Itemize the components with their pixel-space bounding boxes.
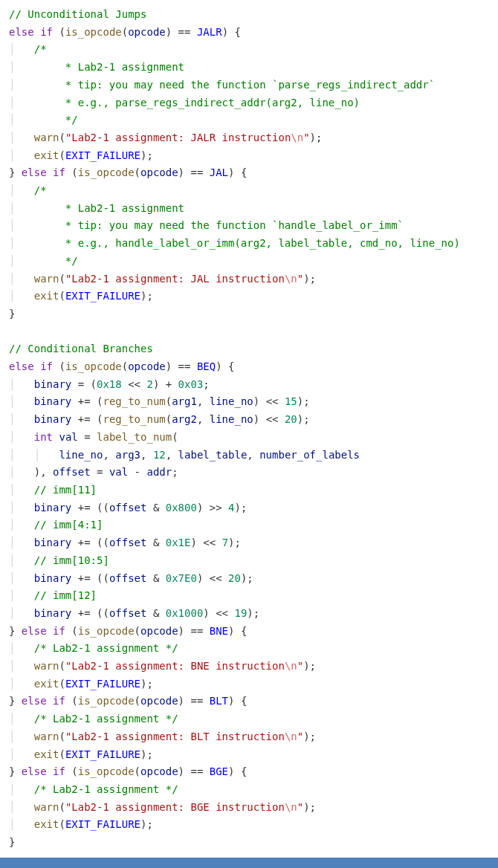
num: 2 — [146, 378, 152, 390]
string: " — [297, 731, 303, 742]
fn-exit: exit — [34, 149, 59, 161]
fn-reg: reg_to_num — [103, 413, 165, 425]
comment: /* — [34, 43, 47, 55]
kw-if: if — [40, 26, 53, 38]
kw-else: else — [22, 765, 47, 777]
footer-bar — [0, 858, 498, 868]
fn-exit: exit — [34, 748, 59, 760]
fn-label-to-num: label_to_num — [97, 431, 172, 443]
const-exit-failure: EXIT_FAILURE — [65, 818, 140, 830]
string: "Lab2-1 assignment: JALR instruction — [65, 132, 291, 143]
string: " — [297, 273, 303, 285]
id-line-no: line_no — [59, 449, 103, 461]
comment: * e.g., handle_label_or_imm(arg2, label_… — [34, 237, 460, 249]
const-bge: BGE — [210, 765, 228, 777]
const-exit-failure: EXIT_FAILURE — [65, 748, 140, 760]
fn-warn: warn — [34, 273, 59, 285]
id-binary: binary — [34, 413, 72, 425]
string: " — [297, 660, 303, 672]
kw-else: else — [22, 695, 47, 707]
string: " — [297, 801, 303, 813]
escape: \n — [285, 660, 297, 672]
const-exit-failure: EXIT_FAILURE — [65, 149, 140, 161]
escape: \n — [285, 801, 297, 813]
id-opcode: opcode — [140, 695, 178, 707]
id-binary: binary — [34, 378, 72, 390]
comment: * e.g., parse_regs_indirect_addr(arg2, l… — [34, 97, 360, 108]
id-offset: offset — [109, 502, 147, 514]
comment: /* — [34, 184, 47, 196]
kw-if: if — [53, 166, 65, 178]
id-binary: binary — [34, 537, 72, 548]
num: 0x1E — [166, 537, 191, 548]
id-addr: addr — [146, 466, 172, 478]
num: 0x1000 — [166, 607, 204, 619]
fn-reg: reg_to_num — [103, 395, 165, 407]
id-val: val — [109, 466, 128, 478]
const-jal: JAL — [210, 166, 228, 178]
comment: * Lab2-1 assignment — [34, 61, 184, 73]
fn-warn: warn — [34, 132, 59, 143]
comment: // imm[11] — [34, 484, 97, 496]
id-arg1: arg1 — [172, 395, 197, 407]
id-line-no: line_no — [210, 395, 253, 407]
comment: /* Lab2-1 assignment */ — [34, 713, 178, 725]
const-exit-failure: EXIT_FAILURE — [65, 290, 140, 302]
fn-exit: exit — [34, 678, 59, 690]
id-val: val — [59, 431, 77, 443]
num: 0x7E0 — [166, 572, 197, 584]
comment: * tip: you may need the function `parse_… — [34, 79, 435, 91]
id-opcode: opcode — [128, 360, 166, 372]
escape: \n — [285, 731, 297, 742]
id-binary: binary — [34, 572, 72, 584]
comment: // imm[10:5] — [34, 554, 109, 566]
comment: /* Lab2-1 assignment */ — [34, 642, 178, 654]
num: 12 — [153, 449, 166, 461]
kw-if: if — [40, 360, 53, 372]
kw-if: if — [53, 765, 65, 777]
id-opcode: opcode — [140, 166, 178, 178]
num: 0x800 — [166, 502, 197, 514]
id-arg3: arg3 — [115, 449, 140, 461]
comment: // Conditional Branches — [9, 343, 153, 354]
const-beq: BEQ — [197, 360, 216, 372]
fn-warn: warn — [34, 801, 59, 813]
num: 4 — [228, 502, 234, 514]
fn-warn: warn — [34, 660, 59, 672]
comment: // imm[4:1] — [34, 519, 103, 531]
escape: \n — [291, 132, 303, 143]
id-opcode: opcode — [128, 26, 166, 38]
id-opcode: opcode — [140, 765, 178, 777]
string: "Lab2-1 assignment: BNE instruction — [65, 660, 285, 672]
kw-if: if — [53, 695, 65, 707]
num: 0x03 — [178, 378, 204, 390]
comment: */ — [34, 114, 78, 126]
comment: */ — [34, 255, 78, 267]
escape: \n — [285, 273, 297, 285]
fn-is-opcode: is_opcode — [78, 695, 135, 707]
id-nol: number_of_labels — [259, 449, 360, 461]
const-blt: BLT — [210, 695, 228, 707]
kw-else: else — [9, 360, 34, 372]
id-offset: offset — [53, 466, 91, 478]
kw-else: else — [22, 625, 47, 637]
id-opcode: opcode — [140, 625, 178, 637]
num: 15 — [285, 395, 297, 407]
id-offset: offset — [109, 607, 147, 619]
const-exit-failure: EXIT_FAILURE — [65, 678, 140, 690]
comment: * Lab2-1 assignment — [34, 202, 184, 214]
kw-else: else — [9, 26, 34, 38]
fn-is-opcode: is_opcode — [78, 625, 135, 637]
string: "Lab2-1 assignment: BLT instruction — [65, 731, 285, 742]
num: 20 — [228, 572, 241, 584]
id-line-no: line_no — [210, 413, 253, 425]
num: 20 — [285, 413, 297, 425]
kw-int: int — [34, 431, 53, 443]
id-binary: binary — [34, 395, 72, 407]
fn-is-opcode: is_opcode — [65, 26, 122, 38]
id-offset: offset — [109, 537, 147, 548]
fn-is-opcode: is_opcode — [65, 360, 122, 372]
fn-exit: exit — [34, 818, 59, 830]
comment: // Unconditional Jumps — [9, 8, 146, 20]
fn-is-opcode: is_opcode — [78, 765, 135, 777]
